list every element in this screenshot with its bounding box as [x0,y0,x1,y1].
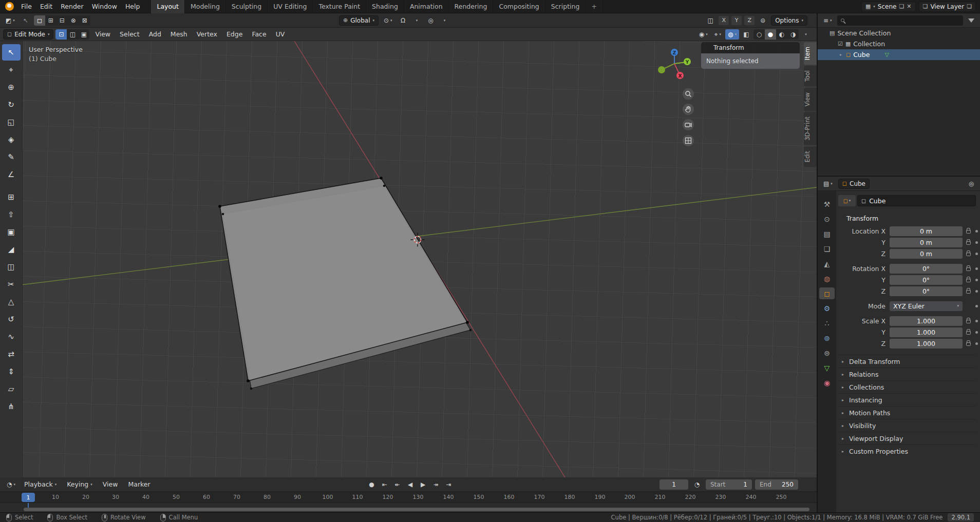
record-button[interactable]: ● [366,479,378,490]
transform-section-header[interactable]: Transform [838,212,976,224]
mirror-y-button[interactable]: Y [731,16,742,25]
object-visibility-dropdown[interactable]: ◉ ▾ [696,29,710,40]
shading-material-button[interactable]: ◐ [776,29,787,40]
vertex-select-button[interactable]: ⊡ [55,29,67,40]
menu-timeline-view[interactable]: View [99,478,122,491]
properties-tab-world[interactable]: ◍ [819,273,835,284]
outliner-row-scene-collection[interactable]: ▤ Scene Collection [818,28,980,38]
select-mode-subtract-button[interactable]: ⊟ [56,15,68,26]
section-relations[interactable]: ▸ Relations [838,368,976,380]
mirror-z-button[interactable]: Z [744,16,755,25]
tool-add-cube-button[interactable]: ⊞ [2,189,21,205]
menu-playback[interactable]: Playback ▾ [20,478,61,491]
lock-icon[interactable] [966,267,971,271]
properties-tab-constraints[interactable]: ⊜ [819,347,835,359]
menu-edge[interactable]: Edge [223,28,246,41]
tool-cursor-button[interactable]: ⌖ [2,62,21,78]
scale-y-field[interactable]: 1.000 [890,327,963,337]
properties-tab-particles[interactable]: ∴ [819,317,835,329]
scale-x-field[interactable]: 1.000 [890,316,963,326]
workspace-tab-rendering[interactable]: Rendering [449,0,494,13]
properties-tab-material[interactable]: ◉ [819,377,835,389]
edge-select-button[interactable]: ◫ [67,29,78,40]
options-dropdown[interactable]: Options ▾ [771,15,807,26]
lock-icon[interactable] [966,241,971,245]
end-frame-field[interactable]: End 250 [755,479,798,490]
collection-checkbox-icon[interactable]: ☑ [838,41,843,47]
play-button[interactable]: ▶ [417,479,429,490]
timeline-scrollbar[interactable] [24,508,809,511]
lock-icon[interactable] [966,342,971,346]
current-frame-field[interactable]: 1 [659,479,688,490]
timeline-editor-type-button[interactable]: ◔ ▾ [4,479,18,490]
menu-help[interactable]: Help [121,0,144,13]
workspace-tab-layout[interactable]: Layout [151,0,185,13]
shading-solid-button[interactable]: ● [765,29,776,40]
workspace-tab-shading[interactable]: Shading [366,0,404,13]
outliner-search-input[interactable] [837,15,963,26]
tool-extrude-region-button[interactable]: ⇧ [2,206,21,223]
rotation-mode-dropdown[interactable]: XYZ Euler ▾ [890,301,963,311]
section-delta-transform[interactable]: ▸ Delta Transform [838,355,976,368]
tool-smooth-button[interactable]: ∿ [2,328,21,345]
tool-measure-button[interactable]: ∠ [2,166,21,183]
view-layer-selector[interactable]: ❏ View Layer ❏ [919,2,976,12]
shading-settings-dropdown[interactable]: ▾ [800,29,812,40]
location-z-field[interactable]: 0 m [890,249,963,259]
preview-range-clock-button[interactable]: ◔ [691,479,703,490]
shading-wireframe-button[interactable]: ○ [753,29,765,40]
menu-add[interactable]: Add [145,28,165,41]
mirror-x-button[interactable]: X [719,16,729,25]
tool-inset-faces-button[interactable]: ▣ [2,224,21,240]
transform-orientation-dropdown[interactable]: ⊕ Global ▾ [339,15,379,26]
scene-selector[interactable]: ▦ ▾ Scene ❏ ✕ [861,2,916,12]
properties-tab-output[interactable]: ▤ [819,228,835,240]
workspace-tab-animation[interactable]: Animation [404,0,449,13]
snap-settings-dropdown[interactable]: ▾ [411,15,423,26]
properties-tab-modifiers[interactable]: ⚙ [819,302,835,314]
location-y-field[interactable]: 0 m [890,238,963,247]
outliner-editor-type-button[interactable]: ≡ ▾ [821,15,835,26]
new-scene-icon[interactable]: ❏ [899,3,904,10]
properties-tab-physics[interactable]: ⊚ [819,332,835,344]
lock-icon[interactable] [966,290,971,294]
pivot-point-dropdown[interactable]: ⊙ ▾ [381,15,395,26]
animate-dot[interactable] [975,253,978,255]
xray-toggle-button[interactable]: ◧ [741,29,752,40]
playhead[interactable]: 1 [22,493,35,502]
select-mode-intersect-button[interactable]: ⊠ [79,15,90,26]
toggle-ortho-button[interactable] [683,135,694,146]
properties-tab-object[interactable]: ◻ [819,287,835,299]
face-select-button[interactable]: ▣ [78,29,89,40]
menu-keying[interactable]: Keying ▾ [63,478,97,491]
sidebar-tab-tool[interactable]: Tool [804,66,817,86]
section-custom-properties[interactable]: ▸ Custom Properties [838,444,976,457]
pin-id-button[interactable]: ◎ [966,179,977,189]
menu-file[interactable]: File [17,0,36,13]
show-overlays-dropdown[interactable]: ◍ ▾ [725,29,739,40]
show-gizmo-dropdown[interactable]: ⌖ ▾ [712,29,724,40]
play-reverse-button[interactable]: ◀ [404,479,416,490]
copy-view-layer-icon[interactable]: ❏ [967,3,972,10]
correct-face-attributes-icon[interactable]: ⊜ [757,15,768,26]
lock-icon[interactable] [966,320,971,323]
properties-tab-view-layer[interactable]: ❏ [819,243,835,255]
tool-annotate-button[interactable]: ✎ [2,149,21,165]
object-name-field[interactable]: ◻ Cube [857,195,976,206]
select-mode-invert-button[interactable]: ⊗ [68,15,79,26]
disclosure-triangle-icon[interactable]: ▸ [838,52,843,57]
workspace-tab-sculpting[interactable]: Sculpting [226,0,268,13]
animate-dot[interactable] [975,279,978,281]
tool-shear-button[interactable]: ▱ [2,381,21,397]
sidebar-tab-item[interactable]: Item [804,42,817,65]
select-mode-extend-button[interactable]: ⊞ [45,15,56,26]
add-workspace-button[interactable]: + [586,0,602,13]
camera-view-button[interactable] [683,119,694,130]
outliner-filter-button[interactable] [966,15,977,26]
transform-panel-header[interactable]: Transform [701,42,800,53]
viewport-canvas[interactable]: User Perspective (1) Cube ↖ ⌖ ⊕ ↻ ◱ ◈ ✎ … [0,41,817,477]
tool-loop-cut-button[interactable]: ◫ [2,259,21,275]
tool-knife-button[interactable]: ✂ [2,276,21,293]
section-visibility[interactable]: ▸ Visibility [838,419,976,432]
zoom-button[interactable] [683,88,694,100]
